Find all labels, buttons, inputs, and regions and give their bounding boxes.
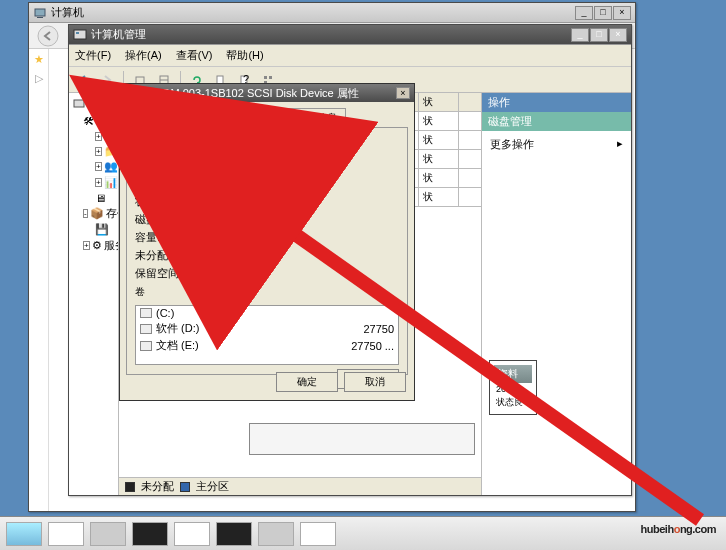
taskbar-item[interactable] <box>300 522 336 546</box>
mgmt-minimize-button[interactable]: _ <box>571 28 589 42</box>
device-icon: 🖥 <box>95 192 106 204</box>
explorer-title: 计算机 <box>51 5 575 20</box>
favorites-icon[interactable]: ★ <box>29 53 48 66</box>
taskbar-item[interactable] <box>6 522 42 546</box>
drive-icon <box>140 308 152 318</box>
computer-icon <box>33 6 47 20</box>
mgmt-close-button[interactable]: × <box>609 28 627 42</box>
actions-more-label: 更多操作 <box>490 137 534 152</box>
properties-dialog: ST1000DM 003-1SB102 SCSI Disk Device 属性 … <box>119 83 415 401</box>
tree-root-label: 计算机管 <box>87 96 119 111</box>
mgmt-maximize-button[interactable]: □ <box>590 28 608 42</box>
tree-item[interactable]: 🖥 <box>71 191 116 205</box>
disk-graphic[interactable]: 资料 269.51 状态良 <box>489 360 537 415</box>
folder-icon: 📁 <box>104 130 118 143</box>
tree-item[interactable]: +📊性 <box>71 174 116 191</box>
expand-icon[interactable]: + <box>95 162 102 171</box>
disk-icon: 💾 <box>95 223 109 236</box>
actions-subheader: 磁盘管理 <box>482 112 631 131</box>
col-status[interactable]: 状 <box>419 93 459 111</box>
dialog-titlebar[interactable]: ST1000DM 003-1SB102 SCSI Disk Device 属性 … <box>120 84 414 102</box>
vol-status: 状态良 <box>494 395 532 410</box>
tree-item[interactable]: +📁 <box>71 144 116 159</box>
expand-icon[interactable]: + <box>95 178 102 187</box>
tree-item[interactable]: +👥 <box>71 159 116 174</box>
tree-services[interactable]: +⚙服务 <box>71 237 116 254</box>
menu-action[interactable]: 操作(A) <box>125 48 162 63</box>
tree-services-label: 服务 <box>104 238 119 253</box>
k-disk: 磁盘 <box>135 158 215 173</box>
k-resv: 保留空间: <box>135 266 215 281</box>
actions-more[interactable]: 更多操作 ▸ <box>482 131 631 158</box>
nav-back-icon[interactable] <box>37 25 59 47</box>
volume-item[interactable]: 文档 (E:)27750 ... <box>136 337 398 354</box>
services-icon: ⚙ <box>92 239 102 252</box>
menu-view[interactable]: 查看(V) <box>176 48 213 63</box>
taskbar-item[interactable] <box>174 522 210 546</box>
forward-icon[interactable] <box>97 70 117 90</box>
minimize-button[interactable]: _ <box>575 6 593 20</box>
svg-rect-3 <box>74 30 86 39</box>
dialog-intro: 这个磁盘上所含的卷如下所列。 <box>135 136 399 150</box>
ok-button[interactable]: 确定 <box>276 372 338 392</box>
tree-sys[interactable]: 🛠 系统 <box>71 112 116 129</box>
volume-item[interactable]: (C:) <box>136 306 398 320</box>
legend-primary-icon <box>180 482 190 492</box>
wrench-icon: 🛠 <box>83 115 94 127</box>
perf-icon: 📊 <box>104 176 118 189</box>
mgmt-titlebar[interactable]: 计算机管理 _ □ × <box>69 25 631 45</box>
expand-icon[interactable]: + <box>95 147 102 156</box>
menu-file[interactable]: 文件(F) <box>75 48 111 63</box>
tree-expander-icon[interactable]: ▷ <box>29 72 48 85</box>
taskbar-item[interactable] <box>90 522 126 546</box>
v-unalloc: 0 MB <box>215 248 399 263</box>
volume-item[interactable]: 软件 (D:)27750 <box>136 320 398 337</box>
taskbar-item[interactable] <box>48 522 84 546</box>
legend-primary: 主分区 <box>196 479 229 494</box>
taskbar-item[interactable] <box>216 522 252 546</box>
dialog-close-button[interactable]: × <box>396 87 410 99</box>
vol-section-label: 卷 <box>135 285 399 299</box>
tab-volumes[interactable]: 卷 <box>202 108 230 127</box>
tree-sys-label: 系统 <box>96 113 118 128</box>
back-icon[interactable] <box>73 70 93 90</box>
vol-size: 269.51 <box>494 383 532 395</box>
tab-body: 这个磁盘上所含的卷如下所列。 磁盘磁盘 0 类型基本 状态联机 磁盘分区形式主启… <box>126 127 408 375</box>
tree-diskmgmt[interactable]: 💾 <box>71 222 116 237</box>
v-part: 主启动记录(MBR) <box>215 212 399 227</box>
maximize-button[interactable]: □ <box>594 6 612 20</box>
svg-rect-11 <box>264 76 267 79</box>
svg-rect-0 <box>35 9 45 16</box>
tree-storage[interactable]: -📦存储 <box>71 205 116 222</box>
tab-general[interactable]: 常规 <box>126 108 164 127</box>
close-button[interactable]: × <box>613 6 631 20</box>
volumes-listbox[interactable]: (C:)软件 (D:)27750文档 (E:)27750 ... <box>135 305 399 365</box>
menu-help[interactable]: 帮助(H) <box>226 48 263 63</box>
tab-details[interactable]: 详细信息 <box>288 108 346 127</box>
storage-icon: 📦 <box>90 207 104 220</box>
expand-icon[interactable]: + <box>83 241 90 250</box>
taskbar-item[interactable] <box>132 522 168 546</box>
tab-driver[interactable]: 驱动程序 <box>230 108 288 127</box>
drive-icon <box>140 341 152 351</box>
svg-rect-13 <box>269 76 272 79</box>
tree-root[interactable]: 计算机管 <box>71 95 116 112</box>
taskbar-item[interactable] <box>258 522 294 546</box>
expand-icon[interactable]: + <box>95 132 102 141</box>
tab-row: 常规 策略 卷 驱动程序 详细信息 <box>120 102 414 127</box>
tree-item[interactable]: +📁 <box>71 129 116 144</box>
disk-bar[interactable] <box>249 423 475 455</box>
cancel-button[interactable]: 取消 <box>344 372 406 392</box>
k-cap: 容量: <box>135 230 215 245</box>
v-resv: 0 MB <box>215 266 399 281</box>
tab-policy[interactable]: 策略 <box>164 108 202 127</box>
k-unalloc: 未分配空间: <box>135 248 215 263</box>
actions-pane: 操作 磁盘管理 更多操作 ▸ <box>481 93 631 495</box>
collapse-icon[interactable]: - <box>83 209 88 218</box>
folder-icon: 📁 <box>104 145 118 158</box>
drive-icon <box>140 324 152 334</box>
taskbar[interactable] <box>0 516 726 550</box>
explorer-titlebar[interactable]: 计算机 _ □ × <box>29 3 635 23</box>
vol-title: 资料 <box>494 365 532 383</box>
k-part: 磁盘分区形式 <box>135 212 215 227</box>
